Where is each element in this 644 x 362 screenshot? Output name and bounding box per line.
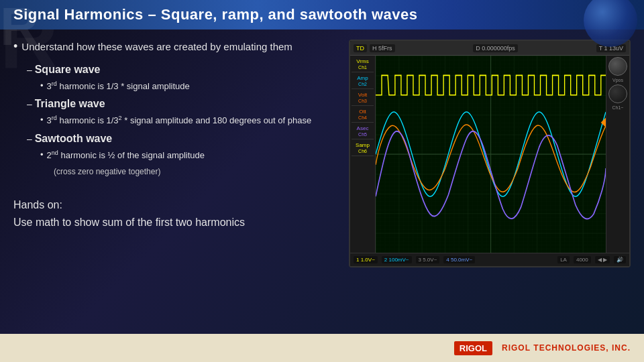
osc-bottom-ch2: 2 100mV~: [382, 256, 412, 263]
osc-bottom-ch1: 1 1.0V~: [354, 256, 378, 263]
osc-bottom-nav[interactable]: ◀ ▶: [595, 256, 610, 263]
header: R Signal Harmonics – Square, ramp, and s…: [0, 0, 644, 29]
osc-channel-4-label: OttCh4: [352, 107, 374, 123]
triangle-wave-bullet-1: 3rd harmonic is 1/32 * signal amplitude …: [40, 114, 335, 127]
right-panel: TD H 5fFrs D 0.000000fps T 1 13uV VrmsCh…: [349, 40, 631, 324]
section-dash-symbol-2: –: [27, 99, 35, 109]
header-deco-letter: R: [0, 0, 39, 54]
footer-brand: RIGOL: [502, 343, 531, 353]
osc-knob-1-label: Vpos: [612, 78, 623, 82]
osc-right-sidebar: Vpos Ch1~: [606, 56, 629, 253]
osc-channel-1-label: VrmsCh1: [352, 57, 374, 72]
osc-knob-2-label: Ch1~: [612, 105, 624, 110]
intro-bullet: • Understand how these waves are created…: [13, 40, 335, 54]
osc-knob-1[interactable]: [608, 57, 627, 76]
footer-text: RIGOL TECHNOLOGIES, INC.: [502, 343, 631, 353]
triangle-wave-section: – Triangle wave: [27, 98, 335, 110]
sawtooth-wave-section: – Sawtooth wave: [27, 133, 335, 145]
osc-header-freq: H 5fFrs: [370, 44, 395, 52]
square-wave-bullet-1: 3rd harmonic is 1/3 * signal amplitude: [40, 80, 335, 93]
footer-tagline: TECHNOLOGIES, INC.: [533, 343, 631, 353]
osc-bottom-4000: 4000: [574, 256, 591, 263]
hands-on-section: Hands on: Use math to show sum of the fi…: [13, 196, 335, 231]
hands-on-line1: Hands on:: [13, 196, 335, 214]
osc-bottom-ch4: 4 50.0mV~: [443, 256, 475, 263]
osc-channel-6-label: SampCh6: [352, 141, 374, 156]
section-dash-symbol-3: –: [27, 133, 35, 144]
osc-bottom-la: LA: [557, 256, 570, 263]
square-wave-text: 3rd harmonic is 1/3 * signal amplitude: [47, 80, 190, 93]
sawtooth-wave-text: 2nd harmonic is ½ of the signal amplitud…: [47, 149, 205, 162]
osc-bottom-ch3: 3 5.0V~: [416, 256, 440, 263]
section-dash-symbol: –: [27, 64, 35, 75]
osc-grid-area: [376, 56, 606, 253]
osc-main-display: VrmsCh1 AmpCh2 VoltCh3 OttCh4 AsecCh5 Sa…: [350, 56, 629, 253]
osc-header-bar: TD H 5fFrs D 0.000000fps T 1 13uV: [350, 41, 629, 56]
osc-bottom-sound: 🔊: [614, 256, 626, 263]
osc-knob-2[interactable]: [608, 84, 627, 103]
sawtooth-wave-label: Sawtooth wave: [35, 133, 113, 144]
main-content: • Understand how these waves are created…: [0, 29, 644, 331]
triangle-wave-text: 3rd harmonic is 1/32 * signal amplitude …: [47, 114, 312, 127]
osc-left-sidebar: VrmsCh1 AmpCh2 VoltCh3 OttCh4 AsecCh5 Sa…: [350, 56, 376, 253]
sawtooth-note: (cross zero negative together): [54, 167, 335, 176]
osc-header-fps: D 0.000000fps: [473, 44, 518, 52]
osc-waveform-svg: [376, 56, 606, 253]
page-title: Signal Harmonics – Square, ramp, and saw…: [13, 6, 418, 23]
square-wave-label: Square wave: [35, 64, 101, 75]
hands-on-line2: Use math to show sum of the first two ha…: [13, 214, 335, 231]
osc-header-td: TD: [354, 44, 367, 52]
osc-bottom-bar: 1 1.0V~ 2 100mV~ 3 5.0V~ 4 50.0mV~ LA 40…: [350, 253, 629, 266]
osc-channel-5-label: AsecCh5: [352, 124, 374, 139]
sawtooth-wave-bullet-1: 2nd harmonic is ½ of the signal amplitud…: [40, 149, 335, 162]
triangle-wave-label: Triangle wave: [35, 98, 105, 109]
intro-text: Understand how these waves are created b…: [21, 40, 292, 54]
left-panel: • Understand how these waves are created…: [13, 40, 335, 324]
rigol-logo: RIGOL: [454, 341, 492, 355]
osc-channel-3-label: VoltCh3: [352, 90, 374, 106]
square-wave-section: – Square wave: [27, 64, 335, 76]
oscilloscope-display: TD H 5fFrs D 0.000000fps T 1 13uV VrmsCh…: [349, 40, 631, 267]
footer: RIGOL RIGOL TECHNOLOGIES, INC.: [0, 334, 644, 362]
osc-channel-2-label: AmpCh2: [352, 74, 374, 89]
